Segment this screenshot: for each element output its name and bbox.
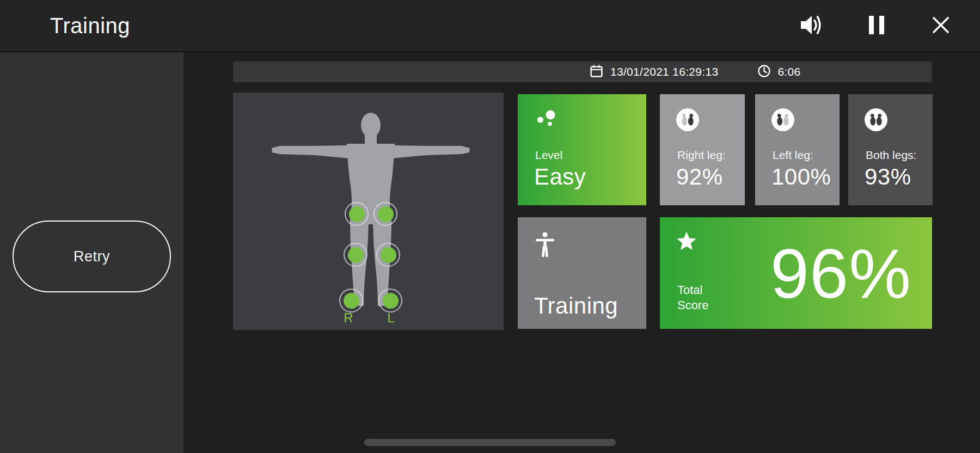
tile-level: Level Easy — [518, 94, 646, 205]
sensor-dot-right-shin — [348, 247, 364, 263]
tile-value: 92% — [676, 164, 723, 190]
session-duration: 6:06 — [777, 65, 800, 78]
sensor-dot-left-shin — [381, 247, 396, 263]
feet-icon — [865, 108, 887, 133]
sensor-ring-left-thigh — [373, 202, 397, 226]
tile-value: 93% — [865, 164, 911, 190]
tile-both-legs: Both legs: 93% — [848, 94, 933, 205]
sensor-ring-left-shin — [376, 243, 400, 267]
main-content: 13/01/2021 16:29:13 6:06 — [183, 52, 980, 453]
header-actions — [798, 11, 955, 40]
feet-icon — [771, 108, 794, 133]
tile-label: Level — [535, 149, 562, 162]
volume-button[interactable] — [798, 11, 826, 40]
retry-button[interactable]: Retry — [13, 221, 171, 292]
app-window: Training — [0, 0, 980, 453]
status-bar: 13/01/2021 16:29:13 6:06 — [233, 62, 932, 82]
sensor-dot-left-thigh — [378, 206, 394, 222]
sensor-ring-right-thigh — [345, 202, 369, 226]
tile-label: Left leg: — [773, 149, 813, 162]
header-bar: Training — [0, 0, 980, 52]
bubbles-icon — [534, 108, 558, 130]
close-button[interactable] — [927, 11, 955, 40]
tile-value: Easy — [534, 164, 586, 190]
page-title: Training — [50, 14, 130, 38]
tile-label: Right leg: — [677, 149, 726, 162]
person-icon — [534, 231, 556, 260]
close-icon — [931, 15, 951, 36]
pause-icon — [868, 15, 885, 36]
sidebar: Retry — [0, 52, 183, 453]
tile-training: Training — [518, 217, 646, 329]
sensor-dot-right-foot — [344, 293, 359, 309]
tile-label: Total Score — [677, 283, 726, 313]
sensor-ring-right-foot — [339, 289, 363, 313]
volume-icon — [800, 14, 825, 38]
tile-total-score: Total Score 96% — [660, 217, 932, 329]
tile-left-leg: Left leg: 100% — [755, 94, 840, 205]
feet-icon — [676, 108, 699, 133]
tile-right-leg: Right leg: 92% — [660, 94, 745, 205]
left-foot-label: L — [380, 310, 402, 326]
sensor-dot-left-foot — [383, 293, 399, 309]
tile-label: Both legs: — [866, 149, 916, 162]
session-date-group: 13/01/2021 16:29:13 — [590, 64, 718, 80]
clock-icon — [757, 64, 771, 80]
tile-label: Training — [534, 293, 618, 319]
right-foot-label: R — [338, 310, 359, 326]
sensor-ring-left-foot — [378, 289, 402, 313]
body-map-panel: R L — [233, 93, 504, 330]
tile-value: 100% — [771, 164, 831, 190]
sensor-dot-right-thigh — [349, 206, 365, 222]
session-duration-group: 6:06 — [757, 64, 800, 80]
pause-button[interactable] — [862, 11, 891, 40]
session-datetime: 13/01/2021 16:29:13 — [610, 65, 718, 78]
total-score-value: 96% — [770, 233, 911, 313]
sensor-ring-right-shin — [344, 243, 367, 267]
home-indicator-bar[interactable] — [364, 439, 616, 446]
star-icon — [676, 231, 697, 253]
calendar-icon — [590, 64, 603, 80]
